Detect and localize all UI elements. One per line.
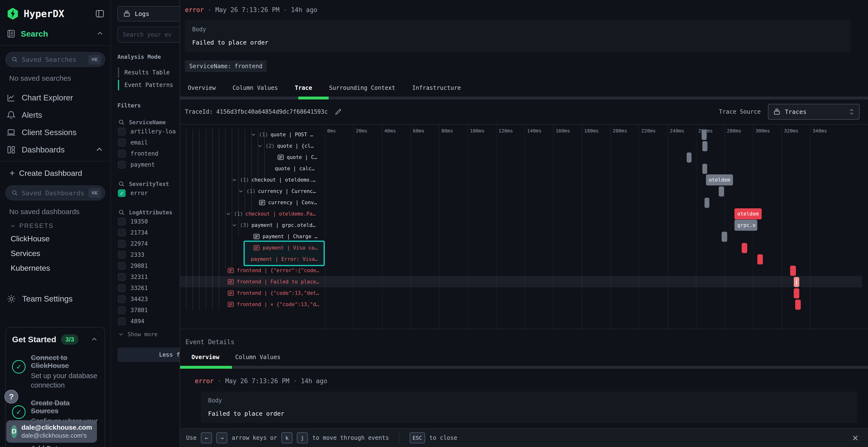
span-bar[interactable]: [794, 288, 800, 299]
filter-option-2333[interactable]: 2333: [118, 249, 180, 260]
filter-option-artillery-loa[interactable]: artillery-loa: [118, 126, 180, 137]
chevron-up-icon[interactable]: [94, 145, 104, 154]
saved-searches-input[interactable]: Saved Searches ⌘K: [5, 52, 105, 67]
span-label[interactable]: (3)payment | grpc.oteld…: [180, 219, 325, 231]
checkbox[interactable]: [118, 251, 126, 259]
span-bar[interactable]: oteldem: [706, 174, 733, 185]
span-label[interactable]: currency | Conv…: [180, 197, 325, 208]
sidebar-section-search[interactable]: Search: [0, 29, 111, 46]
span-label[interactable]: payment | Charge …: [180, 231, 325, 242]
span-label[interactable]: frontend | Failed to place…: [180, 276, 325, 287]
sidebar-item-alerts[interactable]: Alerts: [0, 106, 111, 124]
trace-source-select[interactable]: Traces: [768, 104, 860, 120]
log-row[interactable]: quote | C…: [180, 151, 862, 163]
help-button[interactable]: ?: [4, 390, 18, 404]
create-dashboard-button[interactable]: + Create Dashboard: [0, 161, 111, 179]
preset-clickhouse[interactable]: ClickHouse: [0, 232, 111, 246]
chevron-down-icon[interactable]: [225, 211, 231, 217]
filter-option-error[interactable]: ✓error: [118, 187, 180, 199]
collapse-sidebar-icon[interactable]: [95, 9, 105, 19]
tab-infrastructure[interactable]: Infrastructure: [412, 84, 461, 97]
less-filters-button[interactable]: Less fil: [117, 347, 180, 362]
filter-option-29081[interactable]: 29081: [118, 260, 180, 271]
checkbox[interactable]: [118, 229, 126, 237]
checkbox[interactable]: [118, 240, 126, 248]
checkbox[interactable]: [118, 161, 126, 169]
span-label[interactable]: payment | Visa ca…: [180, 242, 325, 253]
filter-option-4894[interactable]: 4894: [118, 316, 180, 327]
span-label[interactable]: frontend | {"code":13,"det…: [180, 287, 325, 299]
show-more-button[interactable]: Show more: [118, 331, 180, 337]
filter-option-34423[interactable]: 34423: [118, 294, 180, 305]
span-bar[interactable]: [702, 130, 707, 140]
span-row[interactable]: (3)payment | grpc.oteld…grpc.o: [180, 219, 862, 231]
span-label[interactable]: (2)quote | {cl…: [180, 140, 325, 151]
span-row[interactable]: payment | Error: Visa…: [180, 253, 862, 265]
log-row[interactable]: frontend | Failed to place…: [180, 276, 862, 287]
filter-option-frontend[interactable]: frontend: [118, 148, 180, 159]
span-row[interactable]: (2)quote | {cl…: [180, 140, 862, 151]
checkbox[interactable]: [118, 262, 126, 270]
span-bar[interactable]: [702, 141, 707, 151]
log-row[interactable]: currency | Conv…: [180, 197, 862, 208]
span-bar[interactable]: [687, 152, 691, 163]
service-name-tag[interactable]: ServiceName: frontend: [185, 61, 267, 72]
span-bar[interactable]: [719, 186, 724, 197]
preset-services[interactable]: Services: [0, 246, 111, 261]
span-row[interactable]: (1)checkout | oteldemo.Pa…oteldem: [180, 208, 862, 219]
chevron-up-icon[interactable]: [96, 30, 104, 38]
span-bar[interactable]: [795, 300, 801, 310]
search-icon[interactable]: [118, 119, 125, 126]
checkbox[interactable]: [118, 284, 126, 292]
span-bar[interactable]: grpc.o: [735, 220, 757, 231]
checkbox[interactable]: [118, 128, 126, 135]
tab-trace[interactable]: Trace: [294, 84, 312, 97]
span-label[interactable]: (1)checkout | oteldemo.…: [180, 174, 325, 185]
get-started-item[interactable]: ✓Add DataStart sending logs, metrics, or…: [12, 445, 98, 447]
filter-option-32311[interactable]: 32311: [118, 271, 180, 282]
edit-pencil-icon[interactable]: [334, 108, 342, 115]
span-bar[interactable]: [742, 243, 747, 253]
span-label[interactable]: (1)quote | POST …: [180, 129, 325, 140]
log-row[interactable]: frontend | {"error":{"code…: [180, 265, 862, 276]
sidebar-item-team-settings[interactable]: Team Settings: [0, 290, 111, 308]
chevron-up-icon[interactable]: [90, 336, 98, 344]
span-label[interactable]: quote | calc…: [180, 163, 325, 174]
span-label[interactable]: payment | Error: Visa…: [180, 253, 325, 265]
chevron-down-icon[interactable]: [231, 222, 238, 228]
span-bar[interactable]: [722, 232, 727, 242]
tab-surrounding-context[interactable]: Surrounding Context: [329, 84, 396, 97]
span-label[interactable]: frontend | × {"code":13,"d…: [180, 299, 325, 310]
span-bar[interactable]: [794, 277, 800, 287]
user-menu[interactable]: D dale@clickhouse.com dale@clickhouse.co…: [6, 420, 97, 443]
checkbox[interactable]: [118, 218, 126, 226]
span-bar[interactable]: [790, 266, 796, 276]
filter-option-33261[interactable]: 33261: [118, 282, 180, 294]
checkbox[interactable]: [118, 295, 126, 303]
tab-overview[interactable]: Overview: [188, 84, 216, 97]
span-bar[interactable]: oteldem: [735, 208, 762, 219]
sidebar-item-chart-explorer[interactable]: Chart Explorer: [0, 89, 111, 106]
preset-kubernetes[interactable]: Kubernetes: [0, 261, 111, 276]
filter-option-21734[interactable]: 21734: [118, 227, 180, 238]
span-label[interactable]: quote | C…: [180, 151, 325, 163]
close-icon[interactable]: ×: [852, 433, 858, 443]
checkbox[interactable]: [118, 139, 126, 146]
filter-option-19350[interactable]: 19350: [118, 216, 180, 227]
checkbox[interactable]: ✓: [118, 189, 126, 197]
chevron-down-icon[interactable]: [231, 177, 238, 183]
log-row[interactable]: payment | Visa ca…: [180, 242, 862, 253]
filter-option-37801[interactable]: 37801: [118, 305, 180, 316]
analysis-mode-results-table[interactable]: Results Table: [118, 66, 180, 79]
search-icon[interactable]: [118, 209, 125, 216]
checkbox[interactable]: [118, 150, 126, 158]
source-selector-button[interactable]: Logs: [117, 6, 180, 22]
span-bar[interactable]: [702, 164, 707, 174]
chevron-down-icon[interactable]: [257, 143, 263, 149]
span-label[interactable]: frontend | {"error":{"code…: [180, 265, 325, 276]
analysis-mode-event-patterns[interactable]: Event Patterns: [118, 79, 180, 91]
log-row[interactable]: frontend | × {"code":13,"d…: [180, 299, 862, 310]
filter-option-email[interactable]: email: [118, 137, 180, 148]
span-label[interactable]: (1)currency | Currenc…: [180, 185, 325, 197]
saved-dashboards-input[interactable]: Saved Dashboards ⌘K: [5, 185, 105, 200]
